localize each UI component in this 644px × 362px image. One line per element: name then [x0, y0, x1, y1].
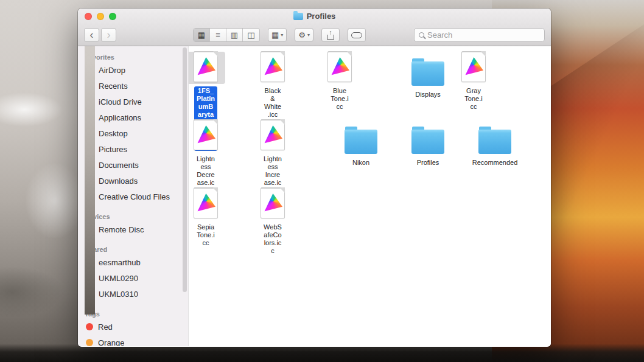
file-grid: 1FS_PlatinumBaryta_Pro1…eneric.icc Black… — [189, 46, 551, 256]
file-item[interactable]: 1FS_PlatinumBaryta_Pro1…eneric.icc — [194, 51, 218, 82]
grid-view-icon: ▦ — [198, 31, 205, 39]
sidebar-item-label: eesmarthub — [99, 258, 141, 267]
icc-profile-icon — [461, 52, 486, 82]
file-item[interactable]: Recommended — [461, 119, 528, 187]
icc-profile-icon — [261, 52, 285, 82]
sidebar-item[interactable]: ▭ Desktop — [78, 125, 188, 141]
tags-heading: Tags — [85, 310, 188, 318]
column-view-button[interactable]: ▥ — [226, 29, 243, 41]
icc-profile-icon — [194, 188, 218, 218]
sidebar-tag-item[interactable]: Red — [78, 319, 188, 335]
icc-profile-icon — [327, 52, 352, 82]
group-menu-button[interactable]: ▦▾ — [268, 28, 287, 42]
file-thumbnail — [320, 52, 359, 84]
icc-profile-icon — [261, 188, 285, 218]
gear-icon: ⚙ — [298, 31, 306, 39]
file-item[interactable]: Displays — [394, 51, 461, 119]
folder-icon — [345, 130, 377, 154]
sidebar-item-label: Orange — [98, 338, 124, 347]
window-body: Favorites ◎ AirDrop ◷ Recents — [78, 46, 551, 346]
share-button[interactable]: ↑ — [321, 28, 340, 42]
window-title: Profiles — [293, 12, 336, 21]
file-label: Displays — [413, 90, 443, 99]
search-icon — [419, 32, 424, 38]
file-item[interactable]: Gray Tone.icc — [461, 51, 486, 82]
tags-list: Red Orange — [78, 319, 188, 346]
icc-profile-icon — [194, 52, 218, 82]
sidebar-item-label: Desktop — [99, 129, 128, 138]
sidebar-item-label: Red — [98, 322, 113, 332]
file-item[interactable]: Profiles — [394, 119, 461, 187]
chevron-left-icon: ‹ — [90, 29, 94, 40]
list-view-button[interactable]: ≡ — [210, 29, 226, 41]
sidebar-item-label: Documents — [99, 161, 139, 170]
chevron-down-icon: ▾ — [281, 32, 283, 38]
file-label: WebSafeColors.icc — [261, 223, 284, 256]
folder-icon — [411, 61, 444, 86]
tag-color-dot — [86, 339, 93, 346]
icc-profile-icon — [194, 120, 218, 150]
back-button[interactable]: ‹ — [84, 28, 99, 42]
tag-oval-icon — [351, 32, 362, 38]
sidebar-item-label: iCloud Drive — [99, 97, 142, 106]
share-icon: ↑ — [326, 30, 335, 40]
shared-heading: Shared — [85, 246, 188, 253]
file-thumbnail — [408, 51, 447, 88]
file-thumbnail — [189, 120, 225, 152]
file-item[interactable]: Lightness Increase.icc — [261, 119, 285, 150]
file-label: Blue Tone.icc — [328, 86, 351, 111]
favorites-heading: Favorites — [85, 54, 188, 61]
sidebar-tag-item[interactable]: Orange — [78, 335, 188, 346]
file-thumbnail — [408, 119, 447, 156]
group-icon: ▦ — [271, 31, 279, 39]
sidebar-item-label: Downloads — [99, 176, 138, 186]
file-thumbnail — [253, 52, 292, 84]
sidebar-item-label: Applications — [99, 113, 141, 122]
file-label: Nikon — [350, 158, 372, 167]
file-label: Recommended — [470, 158, 520, 167]
file-thumbnail — [341, 119, 380, 156]
file-item[interactable]: Nikon — [327, 119, 394, 187]
desktop-icon: ▭ — [85, 46, 95, 315]
forward-button[interactable]: › — [101, 28, 116, 42]
sidebar-item-label: AirDrop — [99, 66, 125, 75]
sidebar-item-label: UKML0290 — [99, 274, 138, 283]
folder-icon — [293, 13, 303, 20]
action-menu-button[interactable]: ⚙▾ — [295, 28, 313, 42]
file-thumbnail — [454, 52, 493, 84]
file-thumbnail — [189, 52, 225, 84]
devices-heading: Devices — [85, 213, 188, 220]
search-field[interactable] — [414, 28, 545, 42]
coverflow-view-button[interactable]: ◫ — [243, 29, 259, 41]
zoom-button[interactable] — [109, 13, 116, 20]
file-label: Profiles — [415, 158, 442, 167]
file-item[interactable]: Black & White.icc — [261, 51, 285, 82]
minimize-button[interactable] — [97, 13, 104, 20]
folder-icon — [411, 130, 444, 154]
toolbar: ‹ › ▦ ≡ ▥ ◫ ▦▾ ⚙▾ — [78, 24, 551, 46]
column-view-icon: ▥ — [231, 31, 238, 39]
finder-window: Profiles ‹ › ▦ ≡ ▥ ◫ ▦▾ — [78, 9, 551, 347]
icon-view-button[interactable]: ▦ — [194, 29, 210, 41]
folder-icon — [478, 130, 511, 154]
file-thumbnail — [189, 188, 225, 220]
file-thumbnail — [475, 119, 514, 156]
traffic-lights — [85, 9, 116, 24]
toolbar-controls: ▦ ≡ ▥ ◫ ▦▾ ⚙▾ ↑ — [193, 28, 366, 42]
file-item[interactable]: Sepia Tone.icc — [194, 187, 218, 218]
file-item[interactable]: WebSafeColors.icc — [261, 187, 285, 218]
window-title-text: Profiles — [307, 12, 336, 21]
sidebar-item-label: Creative Cloud Files — [99, 192, 170, 201]
file-label: Gray Tone.icc — [462, 86, 485, 111]
search-input[interactable] — [427, 30, 531, 40]
tags-button[interactable] — [348, 28, 366, 42]
window-header: Profiles ‹ › ▦ ≡ ▥ ◫ ▦▾ — [78, 9, 551, 46]
file-item[interactable]: Lightness Decrease.icc — [194, 119, 218, 150]
list-view-icon: ≡ — [215, 31, 220, 39]
file-item[interactable]: Blue Tone.icc — [327, 51, 352, 82]
view-switcher: ▦ ≡ ▥ ◫ — [193, 28, 260, 42]
sidebar: Favorites ◎ AirDrop ◷ Recents — [78, 46, 189, 346]
chevron-down-icon: ▾ — [307, 32, 310, 38]
sidebar-scrollbar[interactable] — [183, 47, 187, 292]
close-button[interactable] — [85, 13, 92, 20]
